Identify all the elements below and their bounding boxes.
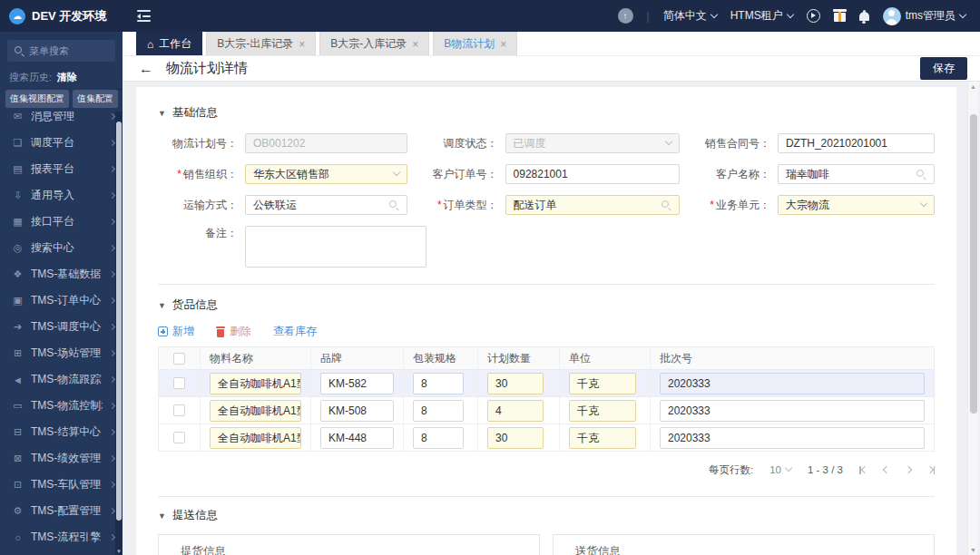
value-set-view-config-button[interactable]: 值集视图配置: [5, 90, 69, 108]
order-type-lookup[interactable]: 配送订单: [505, 195, 680, 215]
scroll-up-icon[interactable]: ▲: [968, 83, 978, 90]
planned-qty-cell[interactable]: 4: [487, 400, 544, 422]
col-material: 物料名称: [201, 347, 311, 369]
sidebar-item-general-import[interactable]: ⇩通用导入: [0, 182, 122, 209]
batch-no-cell[interactable]: 2020333: [660, 373, 925, 394]
plan-no-field: OB001202: [245, 133, 407, 153]
main-scrollbar-thumb[interactable]: [970, 114, 977, 414]
rows-per-page-select[interactable]: 10: [769, 464, 791, 475]
tracking-icon: ◄: [12, 375, 24, 385]
view-stock-button[interactable]: 查看库存: [273, 324, 317, 339]
brand-cell[interactable]: KM-448: [320, 427, 394, 449]
sidebar-item-tms-workflow[interactable]: ○TMS-流程引擎: [0, 524, 122, 550]
pack-spec-cell[interactable]: 8: [413, 373, 464, 394]
language-select[interactable]: 简体中文: [663, 8, 717, 24]
brand-cell[interactable]: KM-508: [320, 400, 394, 422]
workflow-icon: ○: [12, 532, 24, 543]
pack-spec-cell[interactable]: 8: [413, 427, 464, 449]
tab-close-icon[interactable]: ×: [412, 39, 418, 50]
sidebar-item-interface-platform[interactable]: ▦接口平台: [0, 209, 122, 235]
save-button[interactable]: 保存: [920, 57, 967, 80]
menu-collapse-icon[interactable]: [137, 10, 151, 22]
tab-outbound-records[interactable]: B大宗-出库记录 ×: [206, 32, 316, 55]
search-history-label: 搜索历史:: [9, 71, 52, 84]
sidebar-item-tms-base-data[interactable]: ❖TMS-基础数据: [0, 261, 122, 287]
tab-workbench[interactable]: ⌂ 工作台: [136, 32, 202, 55]
sidebar-item-tms-fleet[interactable]: ⊡TMS-车队管理: [0, 472, 122, 498]
sidebar-item-tms-performance[interactable]: ⊠TMS-绩效管理: [0, 445, 122, 472]
settlement-icon: ⊟: [12, 426, 24, 438]
batch-no-cell[interactable]: 2020333: [660, 400, 925, 422]
tenant-select[interactable]: HTMS租户: [730, 8, 793, 24]
business-unit-select[interactable]: 大宗物流: [778, 195, 935, 215]
first-page-button[interactable]: [859, 466, 867, 474]
tab-logistics-plan[interactable]: B物流计划 ×: [433, 32, 517, 55]
delete-row-button[interactable]: 删除: [216, 324, 251, 339]
table-row[interactable]: 全自动咖啡机A1型 KM-508 8 4 千克 2020333: [159, 397, 934, 424]
material-cell[interactable]: 全自动咖啡机A1型: [210, 400, 301, 422]
menu-search-box[interactable]: [7, 40, 115, 62]
chevron-right-icon: [109, 324, 115, 330]
sidebar-menu: ✉消息管理 ❏调度平台 ▤报表平台 ⇩通用导入 ▦接口平台 ◎搜索中心 ❖TMS…: [0, 103, 122, 555]
sales-org-select[interactable]: 华东大区销售部: [245, 164, 407, 184]
sidebar-item-tms-settlement[interactable]: ⊟TMS-结算中心: [0, 419, 122, 445]
remark-textarea[interactable]: [245, 226, 426, 268]
material-cell[interactable]: 全自动咖啡机A1型: [210, 373, 301, 394]
next-page-button[interactable]: [906, 467, 911, 472]
transport-mode-lookup[interactable]: 公铁联运: [245, 195, 407, 215]
sidebar-item-tms-control-tower[interactable]: ▭TMS-物流控制塔: [0, 393, 122, 419]
control-tower-icon: ▭: [12, 400, 24, 412]
batch-no-cell[interactable]: 2020333: [660, 427, 925, 449]
section-goods-info[interactable]: ▼ 货品信息: [158, 297, 935, 313]
customer-name-lookup[interactable]: 瑞幸咖啡: [778, 164, 935, 184]
unit-cell[interactable]: 千克: [569, 427, 636, 449]
scroll-down-icon[interactable]: ▼: [968, 547, 978, 553]
brand-cell[interactable]: KM-582: [320, 373, 394, 394]
section-basic-info[interactable]: ▼ 基础信息: [158, 105, 935, 121]
add-row-button[interactable]: 新增: [158, 324, 194, 339]
sidebar-item-tms-station-mgmt[interactable]: ⊞TMS-场站管理: [0, 340, 122, 366]
clear-history-button[interactable]: 清除: [57, 71, 77, 84]
sidebar-item-dispatch-platform[interactable]: ❏调度平台: [0, 130, 122, 156]
tab-close-icon[interactable]: ×: [500, 39, 506, 50]
chevron-right-icon: [109, 534, 115, 540]
tab-close-icon[interactable]: ×: [299, 39, 305, 50]
play-circle-icon[interactable]: [807, 9, 820, 23]
sidebar-item-tms-order-center[interactable]: ▣TMS-订单中心: [0, 287, 122, 314]
value-set-config-button[interactable]: 值集配置: [73, 90, 118, 108]
select-all-checkbox[interactable]: [173, 353, 185, 365]
gift-icon[interactable]: [834, 13, 846, 22]
pickup-panel-title: 提货信息: [159, 535, 539, 555]
sidebar-item-tms-dispatch-center[interactable]: ➔TMS-调度中心: [0, 314, 122, 340]
sidebar-item-search-center[interactable]: ◎搜索中心: [0, 235, 122, 261]
contract-no-field[interactable]: DZTH_20210201001: [778, 133, 935, 153]
planned-qty-cell[interactable]: 30: [487, 427, 544, 449]
last-page-button[interactable]: [927, 466, 936, 474]
sidebar-item-tms-tracking[interactable]: ◄TMS-物流跟踪: [0, 366, 122, 393]
material-cell[interactable]: 全自动咖啡机A1型: [210, 427, 301, 449]
customer-order-field[interactable]: 092821001: [505, 164, 680, 184]
user-menu[interactable]: tms管理员: [883, 7, 965, 25]
table-row[interactable]: 全自动咖啡机A1型 KM-448 8 30 千克 2020333: [159, 424, 934, 452]
section-divider: [158, 284, 935, 285]
planned-qty-cell[interactable]: 30: [487, 373, 544, 394]
pack-spec-cell[interactable]: 8: [413, 400, 464, 422]
bell-icon[interactable]: [859, 12, 869, 21]
table-row[interactable]: 全自动咖啡机A1型 KM-582 8 30 千克 2020333: [159, 370, 934, 397]
cloud-sync-icon[interactable]: ↑: [618, 8, 633, 24]
main-scrollbar[interactable]: ▲ ▼: [967, 82, 978, 555]
sidebar-item-tms-config[interactable]: ⚙TMS-配置管理: [0, 498, 122, 524]
content-area: ▼ 基础信息 物流计划号 OB001202 调度状态 已调度 销售合同号 DZT…: [122, 82, 980, 555]
tab-inbound-records[interactable]: B大宗-入库记录 ×: [319, 32, 429, 55]
section-shipping-info[interactable]: ▼ 提送信息: [158, 508, 935, 523]
prev-page-button[interactable]: [884, 467, 889, 472]
sidebar-item-tms-extension[interactable]: ❐TMS-扩展功能: [0, 550, 122, 555]
back-arrow-icon[interactable]: ←: [139, 61, 153, 77]
menu-search-input[interactable]: [29, 45, 109, 56]
unit-cell[interactable]: 千克: [569, 373, 636, 394]
unit-cell[interactable]: 千克: [569, 400, 636, 422]
row-checkbox[interactable]: [173, 377, 185, 389]
sidebar-item-report-platform[interactable]: ▤报表平台: [0, 156, 122, 182]
row-checkbox[interactable]: [173, 404, 185, 416]
row-checkbox[interactable]: [173, 432, 185, 443]
